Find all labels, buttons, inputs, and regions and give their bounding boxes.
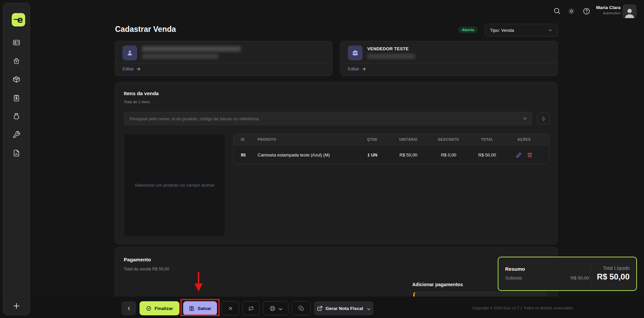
sidebar: e <box>3 3 30 315</box>
save-button[interactable]: Salvar <box>183 301 217 315</box>
vendor-edit-link[interactable]: Editar <box>348 66 366 71</box>
report-file-icon[interactable] <box>12 149 20 157</box>
id-card-icon[interactable] <box>12 39 20 47</box>
item-discount: R$ 0,00 <box>429 152 468 157</box>
chevron-down-icon[interactable] <box>522 116 528 121</box>
invoice-icon[interactable] <box>12 94 20 102</box>
print-button[interactable] <box>263 301 288 315</box>
finalize-button[interactable]: Finalizar <box>140 301 179 315</box>
footer-toolbar: Finalizar Salvar Gerar Nota Fiscal Copyr… <box>0 297 644 318</box>
payment-title: Pagamento <box>124 257 151 262</box>
item-product: Camiseta estampada teste (Azul) (M) <box>258 152 357 157</box>
check-circle-icon <box>146 306 152 311</box>
wrench-icon[interactable] <box>12 131 20 139</box>
person-icon <box>623 6 636 18</box>
cancel-button[interactable] <box>222 301 239 315</box>
status-badge: Aberta <box>458 26 478 33</box>
subtotal-value: R$ 50,00 <box>571 275 589 280</box>
item-id: 95 <box>241 152 258 157</box>
product-search-input[interactable] <box>124 112 532 125</box>
items-title: Itens da venda <box>124 90 159 96</box>
page-title: Cadastrar Venda <box>115 25 176 34</box>
table-header-row: ID PRODUTO QTDE UNITÁRIO DESCONTO TOTAL … <box>233 134 549 145</box>
items-count: Total de 1 Itens <box>124 100 150 104</box>
printer-icon <box>270 306 275 311</box>
customer-name-redacted <box>142 46 241 52</box>
help-icon[interactable] <box>583 7 590 15</box>
app-screen: e Maria Clara Automotivo Cadastrar Venda… <box>0 0 644 318</box>
quick-add-button[interactable] <box>537 113 549 125</box>
vendor-info-redacted <box>367 54 415 59</box>
arrow-right-icon <box>362 67 366 71</box>
delete-item-icon[interactable] <box>527 152 533 158</box>
duplicate-button[interactable] <box>292 301 311 315</box>
payment-total: Total da venda R$ 50,00 <box>124 267 169 271</box>
table-row: 95 Camiseta estampada teste (Azul) (M) 1… <box>233 145 549 164</box>
close-icon <box>228 306 233 311</box>
briefcase-icon <box>348 46 363 60</box>
net-total-value: R$ 50,00 <box>597 272 630 281</box>
avatar[interactable] <box>623 4 637 18</box>
add-button[interactable] <box>3 302 30 310</box>
summary-title: Resumo <box>505 266 525 272</box>
items-table: ID PRODUTO QTDE UNITÁRIO DESCONTO TOTAL … <box>233 134 549 165</box>
search-icon[interactable] <box>553 7 561 15</box>
edit-item-icon[interactable] <box>516 152 522 158</box>
customer-info-redacted <box>142 54 218 59</box>
repeat-button[interactable] <box>243 301 260 315</box>
net-total-label: Total Líquido <box>597 265 630 271</box>
copy-icon <box>299 306 304 311</box>
sale-type-select[interactable]: Tipo: Venda <box>485 24 558 37</box>
svg-text:e: e <box>17 15 23 25</box>
lightning-icon <box>541 116 546 122</box>
vendor-card: VENDEDOR TESTE Editar <box>340 41 558 76</box>
chevron-down-icon <box>548 28 553 33</box>
item-qty: 1 UN <box>357 152 387 157</box>
chevron-down-icon <box>278 306 282 311</box>
generate-invoice-button[interactable]: Gerar Nota Fiscal <box>314 301 373 315</box>
item-unit-price: R$ 50,00 <box>387 152 429 157</box>
add-payments-label: Adicionar pagamentos <box>412 282 463 287</box>
divider <box>115 63 332 63</box>
item-total: R$ 50,00 <box>468 152 506 157</box>
chevron-down-icon <box>366 306 370 311</box>
floppy-icon <box>189 306 195 311</box>
arrow-right-icon <box>136 67 141 71</box>
customer-card: Editar <box>115 41 332 76</box>
user-block[interactable]: Maria Clara Automotivo <box>596 5 621 15</box>
package-icon[interactable] <box>12 75 20 83</box>
copyright-text: Copyright © 2026 Eixo v1.7.1 Todos os di… <box>472 306 574 310</box>
divider <box>590 261 591 287</box>
sale-type-value: Tipo: Venda <box>490 28 514 33</box>
repeat-icon <box>248 306 254 311</box>
theme-toggle-icon[interactable] <box>568 7 575 15</box>
subtotal-label: Subtotal <box>505 275 522 280</box>
customer-edit-link[interactable]: Editar <box>122 66 141 71</box>
back-button[interactable] <box>121 301 136 315</box>
customer-person-icon <box>122 46 137 60</box>
vendor-name: VENDEDOR TESTE <box>367 46 409 51</box>
app-logo[interactable]: e <box>12 13 25 26</box>
money-bag-icon[interactable] <box>12 112 20 120</box>
chevron-left-icon <box>126 306 132 311</box>
external-link-icon <box>317 306 323 311</box>
basket-icon[interactable] <box>12 57 20 65</box>
sale-items-panel: Itens da venda Total de 1 Itens Selecion… <box>115 82 558 244</box>
user-name: Maria Clara <box>596 5 621 10</box>
divider <box>340 63 557 63</box>
summary-box: Resumo Subtotal R$ 50,00 Total Líquido R… <box>498 257 637 291</box>
user-role: Automotivo <box>596 11 621 15</box>
product-preview-empty: Selecione um produto no campo acima! <box>124 134 225 236</box>
